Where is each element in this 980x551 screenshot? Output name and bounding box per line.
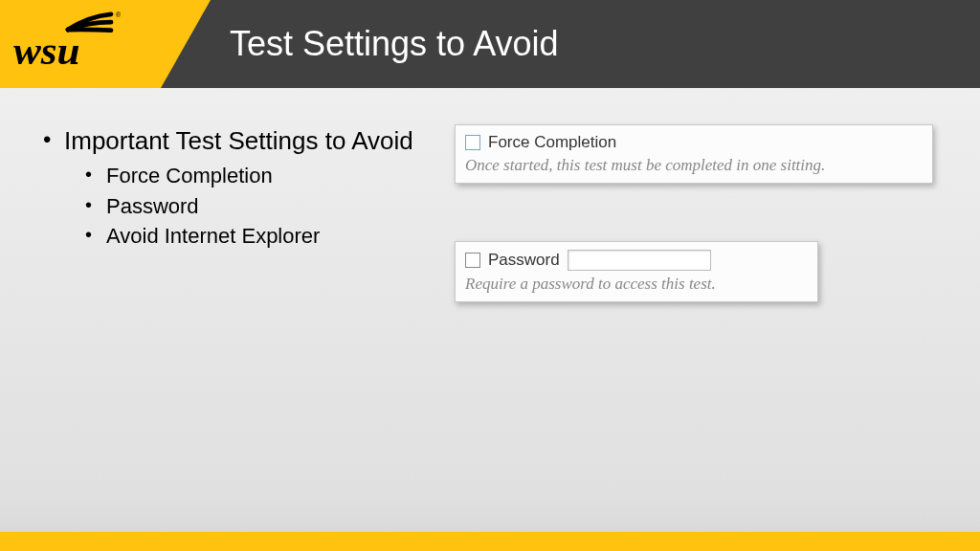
password-desc: Require a password to access this test.: [465, 275, 808, 294]
panel-row: Force Completion: [465, 133, 923, 152]
slide: wsu ® Test Settings to Avoid Important T…: [0, 0, 980, 551]
force-completion-desc: Once started, this test must be complete…: [465, 156, 923, 175]
footer-stripe: [0, 532, 980, 551]
password-label: Password: [488, 251, 560, 270]
bullet-list: Important Test Settings to Avoid Force C…: [43, 124, 455, 513]
bullet-lvl2: Password: [85, 192, 455, 221]
body-area: Important Test Settings to Avoid Force C…: [43, 124, 961, 513]
bullet-lvl2: Force Completion: [85, 162, 455, 190]
slide-title: Test Settings to Avoid: [230, 0, 961, 88]
bullet-lvl1: Important Test Settings to Avoid: [43, 124, 455, 158]
password-panel: Password Require a password to access th…: [455, 241, 818, 302]
bullet-lvl2: Avoid Internet Explorer: [85, 222, 455, 251]
checkbox-icon[interactable]: [465, 135, 480, 150]
callouts-column: Force Completion Once started, this test…: [455, 124, 961, 513]
checkbox-icon[interactable]: [465, 253, 480, 268]
force-completion-panel: Force Completion Once started, this test…: [455, 124, 933, 184]
force-completion-label: Force Completion: [488, 133, 616, 152]
svg-text:®: ®: [116, 11, 122, 19]
wsu-logo-icon: wsu ®: [13, 10, 128, 78]
svg-text:wsu: wsu: [13, 28, 80, 73]
panel-row: Password: [465, 250, 808, 271]
password-input[interactable]: [568, 250, 711, 271]
